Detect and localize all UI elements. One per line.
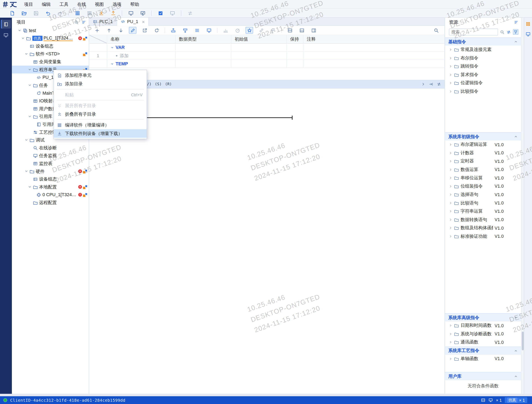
chevron-down-icon[interactable]	[27, 114, 32, 119]
compile-button[interactable]	[73, 9, 82, 17]
menu-options[interactable]: 选项	[108, 0, 126, 8]
panel-options-icon[interactable]	[82, 20, 86, 24]
search-editor-button[interactable]	[432, 27, 440, 34]
resource-item[interactable]: 字符串运算V1.0	[445, 207, 521, 215]
menu-online[interactable]: 在线	[73, 0, 90, 8]
tab-pu-1[interactable]: PU_1×	[117, 18, 149, 26]
var-table-row[interactable]: 1添加	[89, 52, 444, 60]
resource-item[interactable]: 位组装指令V1.0	[445, 182, 521, 190]
menu-tools[interactable]: 工具	[55, 0, 73, 8]
section-header-2[interactable]: 系统库高级指令	[445, 313, 521, 322]
upload-from-device-button[interactable]	[109, 9, 118, 17]
resources-scrollbar[interactable]	[521, 18, 524, 394]
context-menu-add-program-unit[interactable]: 添加程序单元	[54, 71, 146, 80]
chevron-down-icon[interactable]	[27, 185, 32, 189]
insert-row-below-button[interactable]	[181, 27, 189, 34]
tree-item-remote-config[interactable]: 远程配置	[12, 199, 89, 207]
resource-item[interactable]: 常规及连接元素	[445, 45, 521, 54]
add-variable-link[interactable]: 添加	[120, 53, 129, 59]
simulator-button[interactable]	[156, 9, 165, 17]
tree-item-task-monitor[interactable]: 任务监视	[12, 152, 89, 160]
search-icon[interactable]	[74, 20, 78, 24]
tree-item-online-diagnosis[interactable]: 在线诊断	[12, 144, 89, 152]
quick-grid-button[interactable]	[525, 20, 532, 27]
edit-mode-button[interactable]	[129, 27, 136, 34]
search-icon[interactable]	[500, 30, 504, 34]
close-tab-icon[interactable]: ×	[142, 19, 145, 24]
next-network-button[interactable]	[421, 82, 425, 86]
resource-item[interactable]: 系统与诊断函数V1.0	[445, 330, 521, 338]
resource-item[interactable]: 布尔指令	[445, 54, 521, 62]
resource-item[interactable]: 单轴函数V1.0	[445, 354, 521, 363]
resource-item[interactable]: 定时器V1.0	[445, 157, 521, 165]
chevron-down-icon[interactable]	[24, 52, 28, 56]
chevron-down-icon[interactable]	[24, 169, 28, 173]
menu-view[interactable]: 视图	[90, 0, 108, 8]
refresh-button[interactable]	[153, 27, 160, 34]
row-list-button[interactable]	[193, 27, 201, 34]
insert-row-above-button[interactable]	[169, 27, 177, 34]
online-edit-button[interactable]	[138, 9, 147, 17]
monitor-icon[interactable]	[488, 398, 493, 402]
resource-item[interactable]: 比较指令	[445, 87, 521, 95]
resource-item[interactable]: 串移位运算V1.0	[445, 174, 521, 182]
chevron-down-icon[interactable]	[24, 138, 28, 142]
context-menu-add-directory[interactable]: 添加目录	[54, 80, 146, 88]
new-project-button[interactable]	[7, 9, 17, 17]
chevron-down-icon[interactable]	[21, 36, 25, 40]
context-menu-compile-incremental[interactable]: 编译软件（增量编译）	[54, 121, 146, 129]
move-up-button[interactable]	[105, 27, 113, 34]
favorites-button[interactable]	[246, 27, 253, 34]
resource-item[interactable]: 计数器V1.0	[445, 149, 521, 157]
tree-item-plc-1[interactable]: 仿真PLC_1[T324…×	[12, 34, 89, 42]
section-header-1[interactable]: 系统库初级指令	[445, 132, 521, 140]
resources-search-input[interactable]	[449, 29, 498, 35]
monitor-button[interactable]	[126, 9, 135, 17]
resource-item[interactable]: 数组及结构体函数V1.0	[445, 224, 521, 232]
tree-item-cpu-1[interactable]: 0 CPU_1[T324…!	[12, 191, 89, 199]
context-menu-collapse-all[interactable]: 折叠所有子目录	[54, 110, 146, 118]
filter-icon[interactable]	[513, 29, 518, 35]
var-table-row[interactable]: VAR	[89, 44, 444, 52]
advanced-search-icon[interactable]	[507, 30, 511, 34]
resource-item[interactable]: 算术指令	[445, 70, 521, 79]
tree-item-watch-table[interactable]: 监控表	[12, 160, 89, 167]
add-to-watch-button[interactable]	[205, 27, 213, 34]
tree-item-hardware[interactable]: 硬件×	[12, 167, 89, 175]
quick-monitor-button[interactable]	[525, 31, 532, 38]
layout-bottom-button[interactable]	[298, 27, 305, 34]
ladder-coil-reset-button[interactable]: (R)	[165, 82, 172, 86]
menu-help[interactable]: 帮助	[126, 0, 144, 8]
section-header-4[interactable]: 用户库	[445, 372, 521, 380]
resource-item[interactable]: 日期和时间函数V1.0	[445, 322, 521, 330]
chevron-down-icon[interactable]	[110, 62, 114, 65]
layout-split-button[interactable]	[286, 27, 294, 34]
resource-item[interactable]: 标准验证功能V1.0	[445, 232, 521, 240]
download-to-device-button[interactable]	[96, 9, 106, 17]
chevron-down-icon[interactable]	[27, 68, 32, 72]
undo-button[interactable]	[43, 9, 52, 17]
monitor-view-button[interactable]	[1, 31, 11, 39]
tree-item-global-vars[interactable]: 全局变量集	[12, 58, 89, 66]
chevron-down-icon[interactable]	[17, 29, 21, 33]
tree-item-device-config[interactable]: 设备组态	[12, 42, 89, 50]
context-menu-download-incremental[interactable]: 下载软件到设备（增量下载）	[54, 129, 146, 138]
layout-right-button[interactable]	[310, 27, 317, 34]
resource-item[interactable]: 跳转指令	[445, 62, 521, 70]
ladder-coil-set-button[interactable]: (S)	[155, 82, 161, 86]
chevron-down-icon[interactable]	[110, 46, 114, 49]
project-explorer-button[interactable]	[1, 20, 11, 29]
scrollbar-thumb[interactable]	[522, 332, 524, 350]
var-table-row[interactable]: TEMP	[89, 60, 444, 68]
section-header-3[interactable]: 系统库工艺指令	[445, 346, 521, 354]
tree-item-software-std[interactable]: 软件 <STD>	[12, 50, 89, 58]
add-row-button[interactable]	[93, 27, 101, 34]
tree-item-test[interactable]: test	[12, 27, 89, 35]
panel-menu-icon[interactable]	[514, 20, 518, 24]
open-project-button[interactable]	[19, 9, 29, 17]
simulation-status-chip[interactable]: 仿真× 1	[505, 397, 527, 403]
chevron-down-icon[interactable]	[27, 83, 32, 87]
resource-item[interactable]: 选择语句V1.0	[445, 190, 521, 199]
resource-item[interactable]: 位逻辑指令	[445, 79, 521, 87]
tree-item-local-config[interactable]: 本地配置×	[12, 183, 89, 191]
